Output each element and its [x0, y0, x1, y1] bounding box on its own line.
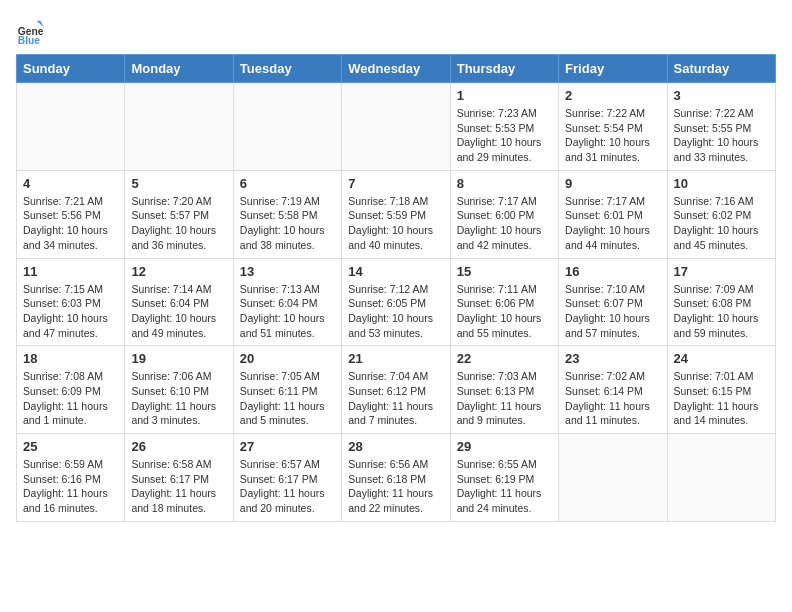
day-info: Sunrise: 7:13 AM Sunset: 6:04 PM Dayligh… [240, 282, 335, 341]
calendar-cell: 11Sunrise: 7:15 AM Sunset: 6:03 PM Dayli… [17, 258, 125, 346]
day-info: Sunrise: 7:02 AM Sunset: 6:14 PM Dayligh… [565, 369, 660, 428]
weekday-header-friday: Friday [559, 55, 667, 83]
calendar-cell: 4Sunrise: 7:21 AM Sunset: 5:56 PM Daylig… [17, 170, 125, 258]
calendar-cell: 7Sunrise: 7:18 AM Sunset: 5:59 PM Daylig… [342, 170, 450, 258]
day-info: Sunrise: 7:04 AM Sunset: 6:12 PM Dayligh… [348, 369, 443, 428]
day-info: Sunrise: 7:18 AM Sunset: 5:59 PM Dayligh… [348, 194, 443, 253]
day-info: Sunrise: 7:09 AM Sunset: 6:08 PM Dayligh… [674, 282, 769, 341]
weekday-header-row: SundayMondayTuesdayWednesdayThursdayFrid… [17, 55, 776, 83]
calendar-cell: 3Sunrise: 7:22 AM Sunset: 5:55 PM Daylig… [667, 83, 775, 171]
day-info: Sunrise: 7:06 AM Sunset: 6:10 PM Dayligh… [131, 369, 226, 428]
day-number: 14 [348, 264, 443, 279]
day-number: 13 [240, 264, 335, 279]
day-number: 24 [674, 351, 769, 366]
calendar-cell: 5Sunrise: 7:20 AM Sunset: 5:57 PM Daylig… [125, 170, 233, 258]
day-info: Sunrise: 7:12 AM Sunset: 6:05 PM Dayligh… [348, 282, 443, 341]
calendar-cell: 19Sunrise: 7:06 AM Sunset: 6:10 PM Dayli… [125, 346, 233, 434]
day-info: Sunrise: 7:22 AM Sunset: 5:54 PM Dayligh… [565, 106, 660, 165]
day-number: 12 [131, 264, 226, 279]
week-row-3: 11Sunrise: 7:15 AM Sunset: 6:03 PM Dayli… [17, 258, 776, 346]
calendar-cell: 6Sunrise: 7:19 AM Sunset: 5:58 PM Daylig… [233, 170, 341, 258]
day-number: 25 [23, 439, 118, 454]
calendar-cell: 28Sunrise: 6:56 AM Sunset: 6:18 PM Dayli… [342, 434, 450, 522]
weekday-header-sunday: Sunday [17, 55, 125, 83]
weekday-header-saturday: Saturday [667, 55, 775, 83]
calendar-cell: 12Sunrise: 7:14 AM Sunset: 6:04 PM Dayli… [125, 258, 233, 346]
day-info: Sunrise: 6:55 AM Sunset: 6:19 PM Dayligh… [457, 457, 552, 516]
day-number: 6 [240, 176, 335, 191]
calendar-cell: 16Sunrise: 7:10 AM Sunset: 6:07 PM Dayli… [559, 258, 667, 346]
calendar-cell [233, 83, 341, 171]
day-number: 16 [565, 264, 660, 279]
calendar-cell [667, 434, 775, 522]
day-number: 7 [348, 176, 443, 191]
calendar-cell: 24Sunrise: 7:01 AM Sunset: 6:15 PM Dayli… [667, 346, 775, 434]
calendar-cell: 1Sunrise: 7:23 AM Sunset: 5:53 PM Daylig… [450, 83, 558, 171]
week-row-4: 18Sunrise: 7:08 AM Sunset: 6:09 PM Dayli… [17, 346, 776, 434]
calendar-cell: 15Sunrise: 7:11 AM Sunset: 6:06 PM Dayli… [450, 258, 558, 346]
day-info: Sunrise: 7:08 AM Sunset: 6:09 PM Dayligh… [23, 369, 118, 428]
calendar-cell [17, 83, 125, 171]
calendar-cell: 29Sunrise: 6:55 AM Sunset: 6:19 PM Dayli… [450, 434, 558, 522]
day-info: Sunrise: 7:23 AM Sunset: 5:53 PM Dayligh… [457, 106, 552, 165]
weekday-header-thursday: Thursday [450, 55, 558, 83]
calendar-cell: 26Sunrise: 6:58 AM Sunset: 6:17 PM Dayli… [125, 434, 233, 522]
calendar-cell: 27Sunrise: 6:57 AM Sunset: 6:17 PM Dayli… [233, 434, 341, 522]
day-number: 17 [674, 264, 769, 279]
day-info: Sunrise: 7:15 AM Sunset: 6:03 PM Dayligh… [23, 282, 118, 341]
day-number: 8 [457, 176, 552, 191]
day-info: Sunrise: 7:14 AM Sunset: 6:04 PM Dayligh… [131, 282, 226, 341]
day-number: 11 [23, 264, 118, 279]
day-info: Sunrise: 6:58 AM Sunset: 6:17 PM Dayligh… [131, 457, 226, 516]
calendar-cell: 2Sunrise: 7:22 AM Sunset: 5:54 PM Daylig… [559, 83, 667, 171]
day-number: 1 [457, 88, 552, 103]
day-number: 20 [240, 351, 335, 366]
day-number: 2 [565, 88, 660, 103]
day-number: 29 [457, 439, 552, 454]
calendar-cell: 23Sunrise: 7:02 AM Sunset: 6:14 PM Dayli… [559, 346, 667, 434]
day-number: 23 [565, 351, 660, 366]
day-info: Sunrise: 7:03 AM Sunset: 6:13 PM Dayligh… [457, 369, 552, 428]
week-row-2: 4Sunrise: 7:21 AM Sunset: 5:56 PM Daylig… [17, 170, 776, 258]
calendar-cell: 8Sunrise: 7:17 AM Sunset: 6:00 PM Daylig… [450, 170, 558, 258]
calendar-cell: 21Sunrise: 7:04 AM Sunset: 6:12 PM Dayli… [342, 346, 450, 434]
day-number: 9 [565, 176, 660, 191]
svg-text:Blue: Blue [18, 35, 41, 44]
day-number: 5 [131, 176, 226, 191]
weekday-header-tuesday: Tuesday [233, 55, 341, 83]
day-number: 15 [457, 264, 552, 279]
day-info: Sunrise: 7:20 AM Sunset: 5:57 PM Dayligh… [131, 194, 226, 253]
day-info: Sunrise: 6:57 AM Sunset: 6:17 PM Dayligh… [240, 457, 335, 516]
calendar-cell: 9Sunrise: 7:17 AM Sunset: 6:01 PM Daylig… [559, 170, 667, 258]
calendar-cell [125, 83, 233, 171]
day-number: 22 [457, 351, 552, 366]
week-row-5: 25Sunrise: 6:59 AM Sunset: 6:16 PM Dayli… [17, 434, 776, 522]
day-info: Sunrise: 7:10 AM Sunset: 6:07 PM Dayligh… [565, 282, 660, 341]
calendar-cell [559, 434, 667, 522]
calendar-cell: 25Sunrise: 6:59 AM Sunset: 6:16 PM Dayli… [17, 434, 125, 522]
calendar-cell: 22Sunrise: 7:03 AM Sunset: 6:13 PM Dayli… [450, 346, 558, 434]
logo-icon: General Blue [16, 16, 44, 44]
day-number: 27 [240, 439, 335, 454]
calendar-cell: 14Sunrise: 7:12 AM Sunset: 6:05 PM Dayli… [342, 258, 450, 346]
day-info: Sunrise: 7:16 AM Sunset: 6:02 PM Dayligh… [674, 194, 769, 253]
weekday-header-wednesday: Wednesday [342, 55, 450, 83]
calendar-table: SundayMondayTuesdayWednesdayThursdayFrid… [16, 54, 776, 522]
day-info: Sunrise: 7:22 AM Sunset: 5:55 PM Dayligh… [674, 106, 769, 165]
day-number: 4 [23, 176, 118, 191]
day-number: 19 [131, 351, 226, 366]
day-info: Sunrise: 7:19 AM Sunset: 5:58 PM Dayligh… [240, 194, 335, 253]
calendar-cell: 17Sunrise: 7:09 AM Sunset: 6:08 PM Dayli… [667, 258, 775, 346]
day-number: 10 [674, 176, 769, 191]
calendar-cell: 18Sunrise: 7:08 AM Sunset: 6:09 PM Dayli… [17, 346, 125, 434]
calendar-cell [342, 83, 450, 171]
logo: General Blue [16, 16, 48, 44]
day-info: Sunrise: 7:17 AM Sunset: 6:00 PM Dayligh… [457, 194, 552, 253]
page-header: General Blue [16, 16, 776, 44]
day-info: Sunrise: 6:56 AM Sunset: 6:18 PM Dayligh… [348, 457, 443, 516]
week-row-1: 1Sunrise: 7:23 AM Sunset: 5:53 PM Daylig… [17, 83, 776, 171]
calendar-cell: 20Sunrise: 7:05 AM Sunset: 6:11 PM Dayli… [233, 346, 341, 434]
day-info: Sunrise: 7:01 AM Sunset: 6:15 PM Dayligh… [674, 369, 769, 428]
day-number: 18 [23, 351, 118, 366]
day-info: Sunrise: 6:59 AM Sunset: 6:16 PM Dayligh… [23, 457, 118, 516]
